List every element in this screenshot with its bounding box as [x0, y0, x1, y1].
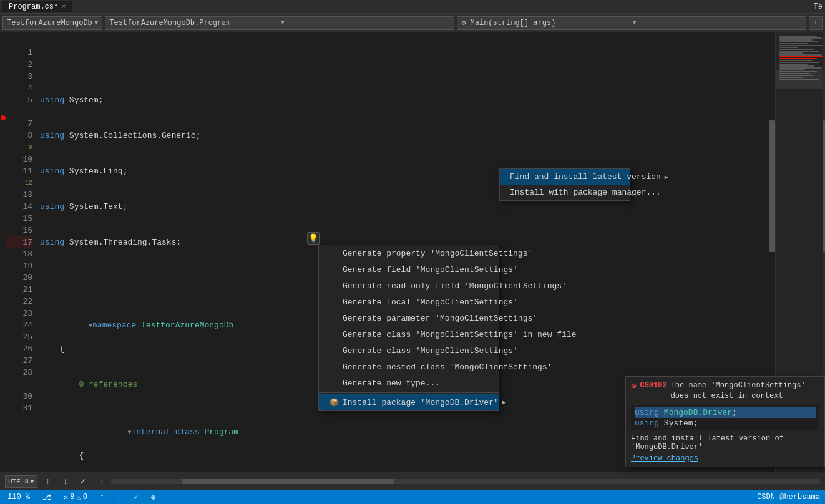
tab-close-button[interactable]: × — [62, 4, 66, 11]
menu-item-generate-field[interactable]: Generate field 'MongoClientSettings' — [319, 261, 499, 278]
error-description-panel: ⊗ CS0103 The name 'MongoClientSettings' … — [625, 376, 825, 467]
menu-item-generate-new-type[interactable]: Generate new type... — [319, 375, 499, 391]
title-right: Te — [814, 2, 823, 11]
status-nav-down[interactable]: ↓ — [114, 493, 124, 502]
check-icon: ✓ — [134, 493, 138, 502]
method-label: ⚙ Main(string[] args) — [461, 18, 630, 27]
menu-item-label: Generate local 'MongoClientSettings' — [343, 298, 518, 307]
context-menu[interactable]: Generate property 'MongoClientSettings' … — [318, 245, 499, 411]
menu-item-label: Generate read-only field 'MongoClientSet… — [343, 281, 567, 291]
snippet-line-1: using MongoDB.Driver; — [635, 407, 816, 418]
add-tab-button[interactable]: + — [809, 16, 823, 30]
menu-item-icon — [329, 362, 339, 372]
menu-item-generate-class-newfile[interactable]: Generate class 'MongoClientSettings' in … — [319, 326, 499, 342]
submenu-item-package-manager[interactable]: Install with package manager... — [500, 185, 630, 200]
menu-item-icon — [329, 313, 339, 323]
menu-item-label: Install package 'MongoDB.Driver' — [343, 398, 499, 407]
menu-item-generate-parameter[interactable]: Generate parameter 'MongoClientSettings' — [319, 310, 499, 326]
menu-item-label: Generate class 'MongoClientSettings' in … — [343, 330, 576, 339]
status-zoom[interactable]: 110 % — [5, 493, 32, 502]
status-nav-up[interactable]: ↑ — [97, 493, 107, 502]
menu-item-label: Generate class 'MongoClientSettings' — [343, 346, 518, 356]
menu-item-generate-readonly[interactable]: Generate read-only field 'MongoClientSet… — [319, 278, 499, 294]
toolbar-btn-arrow[interactable]: → — [94, 475, 107, 488]
code-snippet: using MongoDB.Driver; using System; — [631, 405, 819, 430]
encoding-dropdown[interactable]: UTF-8 ▼ — [5, 475, 37, 488]
menu-item-icon — [329, 297, 339, 307]
submenu-item-label: Find and install latest version — [510, 172, 661, 182]
menu-item-generate-property[interactable]: Generate property 'MongoClientSettings' — [319, 245, 499, 261]
menu-item-icon — [329, 264, 339, 274]
submenu-arrow-icon: ▶ — [665, 173, 668, 181]
breakpoint-marker — [1, 115, 6, 120]
error-code: CS0103 — [640, 380, 666, 391]
lightbulb-button[interactable]: 💡 — [307, 232, 320, 245]
menu-item-generate-class[interactable]: Generate class 'MongoClientSettings' — [319, 342, 499, 359]
warning-count: 0 — [83, 493, 87, 502]
error-text: The name 'MongoClientSettings' does not … — [671, 380, 819, 402]
menu-item-label: Generate field 'MongoClientSettings' — [343, 265, 518, 274]
submenu-item-find-install[interactable]: Find and install latest version ▶ — [500, 169, 630, 185]
warning-icon: ⚠ — [76, 493, 81, 502]
title-bar: Program.cs* × Te — [0, 0, 825, 14]
lightbulb-icon: 💡 — [308, 233, 318, 243]
code-line — [37, 59, 769, 70]
package-icon: 📦 — [329, 397, 339, 407]
method-dropdown[interactable]: ⚙ Main(string[] args) ▼ — [457, 16, 806, 30]
menu-item-label: Generate parameter 'MongoClientSettings' — [343, 314, 537, 323]
project-label: TestforAzureMongoDb — [7, 19, 92, 27]
active-tab[interactable]: Program.cs* × — [2, 1, 72, 12]
horizontal-scrollbar[interactable] — [111, 479, 820, 484]
scrollbar-thumb[interactable] — [769, 120, 775, 252]
menu-item-icon — [329, 329, 339, 339]
toolbar-btn-2[interactable]: ↓ — [59, 475, 72, 488]
toolbar-btn-1[interactable]: ↑ — [41, 475, 55, 488]
menu-item-label: Generate nested class 'MongoClientSettin… — [343, 362, 552, 372]
menu-item-label: Generate property 'MongoClientSettings' — [343, 249, 532, 258]
error-count: 8 — [70, 493, 74, 502]
toolbar-btn-check[interactable]: ✓ — [76, 475, 90, 488]
csdn-label: CSDN @herbsama — [757, 493, 820, 502]
submenu-arrow-icon: ▶ — [502, 399, 506, 406]
snippet-line-2: using System; — [635, 418, 816, 429]
status-settings[interactable]: ⚙ — [149, 493, 158, 502]
settings-icon: ⚙ — [151, 493, 155, 502]
install-submenu[interactable]: Find and install latest version ▶ Instal… — [499, 168, 630, 201]
chevron-down-icon: ▼ — [95, 20, 98, 26]
status-right: CSDN @herbsama — [757, 493, 820, 502]
preview-changes-link[interactable]: Preview changes — [631, 454, 819, 463]
error-line: ⊗ CS0103 The name 'MongoClientSettings' … — [631, 380, 819, 402]
chevron-down-icon: ▼ — [30, 478, 34, 485]
error-cross-icon: ✕ — [64, 493, 68, 502]
menu-separator — [319, 392, 499, 393]
description-text: Find and install latest version of 'Mong… — [631, 434, 819, 452]
tab-label: Program.cs* — [9, 2, 58, 11]
menu-item-icon — [329, 281, 339, 291]
menu-item-icon — [329, 346, 339, 356]
menu-item-install-package[interactable]: 📦 Install package 'MongoDB.Driver' ▶ — [319, 394, 499, 410]
code-line: using System.Text; — [37, 201, 769, 213]
status-bar: 110 % ⎇ ✕ 8 ⚠ 0 ↑ ↓ ✓ ⚙ CSDN @herbsama — [0, 490, 825, 504]
bottom-toolbar: UTF-8 ▼ ↑ ↓ ✓ → — [0, 472, 825, 490]
status-git[interactable]: ⎇ — [40, 493, 54, 502]
code-line: using System.Collections.Generic; — [37, 130, 769, 142]
project-dropdown[interactable]: TestforAzureMongoDb ▼ — [2, 16, 102, 30]
submenu-item-label: Install with package manager... — [510, 188, 661, 197]
breakpoint-gutter — [0, 32, 6, 472]
line-numbers: 1 2 3 4 5 7 8 9 10 11 12 13 14 15 16 17 … — [6, 32, 37, 472]
minimap-viewport — [776, 70, 825, 89]
git-icon: ⎇ — [42, 493, 51, 502]
menu-item-generate-nested[interactable]: Generate nested class 'MongoClientSettin… — [319, 359, 499, 375]
scroll-thumb[interactable] — [182, 479, 394, 484]
class-label: TestforAzureMongoDb.Program — [109, 19, 278, 27]
code-line: using System; — [37, 94, 769, 106]
chevron-down-icon: ▼ — [281, 20, 450, 26]
menu-item-generate-local[interactable]: Generate local 'MongoClientSettings' — [319, 294, 499, 310]
error-icon: ⊗ — [631, 380, 636, 393]
class-dropdown[interactable]: TestforAzureMongoDb.Program ▼ — [105, 16, 454, 30]
encoding-label: UTF-8 — [8, 478, 29, 485]
nav-bar: TestforAzureMongoDb ▼ TestforAzureMongoD… — [0, 14, 825, 32]
status-errors[interactable]: ✕ 8 ⚠ 0 — [61, 493, 90, 502]
chevron-down-icon: ▼ — [633, 20, 802, 26]
status-check[interactable]: ✓ — [131, 493, 140, 502]
